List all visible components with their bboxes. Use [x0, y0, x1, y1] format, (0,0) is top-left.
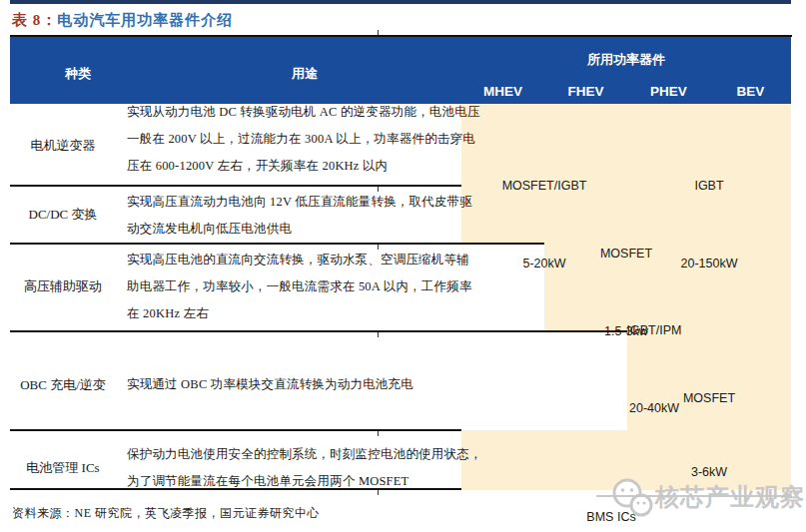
- column-tick: [378, 332, 379, 337]
- column-tick: [378, 490, 379, 495]
- report-table-page: 表 8：电动汽车用功率器件介绍 种类 用途 所用功率器件 MHEV FHEV P…: [0, 0, 806, 532]
- table-title-text: 电动汽车用功率器件介绍: [57, 12, 233, 28]
- row-divider: [10, 429, 461, 431]
- row-use-bms: 保护动力电池使用安全的控制系统，时刻监控电池的使用状态， 为了调节能量流在每个电…: [127, 441, 482, 495]
- device-name: MOSFET: [627, 386, 791, 411]
- source-note: 资料来源：NE 研究院，英飞凌季报，国元证券研究中心: [12, 505, 320, 522]
- header-col-type: 种类: [30, 65, 126, 83]
- row-divider: [10, 243, 544, 245]
- column-tick: [378, 431, 379, 436]
- table-bottom-border: [10, 488, 461, 490]
- header-fhev: FHEV: [544, 84, 627, 99]
- header-col-devices: 所用功率器件: [461, 51, 791, 69]
- row-type-dcdc: DC/DC 变换: [10, 206, 116, 224]
- header-mhev: MHEV: [461, 84, 544, 99]
- top-rule: [10, 0, 791, 4]
- row-divider: [10, 185, 461, 187]
- row-divider: [10, 330, 627, 332]
- row-use-motor-inverter: 实现从动力电池 DC 转换驱动电机 AC 的逆变器功能，电池电压 一般在 200…: [127, 99, 480, 180]
- row-type-obc: OBC 充电/逆变: [10, 376, 116, 394]
- header-col-use: 用途: [245, 65, 365, 83]
- header-phev: PHEV: [627, 84, 710, 99]
- header-bev: BEV: [710, 84, 791, 99]
- watermark-strikethrough: [596, 495, 792, 497]
- row-type-motor-inverter: 电机逆变器: [10, 137, 116, 155]
- row-use-hv-aux: 实现高压电池的直流向交流转换，驱动水泵、空调压缩机等辅 助电器工作，功率较小，一…: [127, 247, 472, 327]
- column-tick: [378, 30, 379, 35]
- table-title-prefix: 表 8：: [12, 12, 57, 28]
- table-title: 表 8：电动汽车用功率器件介绍: [12, 11, 233, 30]
- row-type-bms: 电池管理 ICs: [10, 459, 116, 477]
- row-use-obc: 实现通过 OBC 功率模块交直流转换为动力电池充电: [127, 371, 413, 398]
- table-header: 种类 用途 所用功率器件 MHEV FHEV PHEV BEV: [10, 37, 791, 104]
- row-use-dcdc: 实现高压直流动力电池向 12V 低压直流能量转换，取代皮带驱 动交流发电机向低压…: [127, 189, 472, 243]
- watermark-text: 核芯产业观察: [655, 481, 805, 513]
- row-type-hv-aux: 高压辅助驱动: [10, 277, 116, 295]
- watermark-logo-icon: [604, 476, 658, 522]
